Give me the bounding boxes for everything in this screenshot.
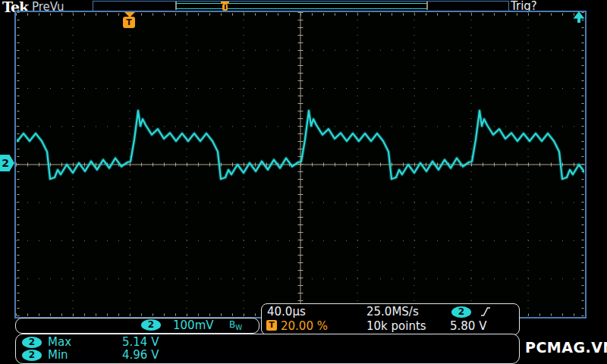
trigger-t-icon: T	[123, 17, 135, 28]
bandwidth-limit-icon: BW	[229, 319, 242, 331]
channel2-reference-marker[interactable]: 2	[0, 155, 14, 171]
graticule	[14, 11, 587, 318]
channel2-badge: 2	[22, 350, 42, 361]
trigger-position-marker[interactable]: T	[123, 12, 136, 28]
measurement-name: Min	[48, 348, 68, 362]
horizontal-trigger-readout[interactable]: 40.0µs 25.0MS/s 2 T 20.00 % 10k points 5…	[261, 303, 520, 335]
record-length-label: 10k points	[366, 319, 426, 333]
record-window-bracket-right	[426, 2, 428, 10]
rising-edge-icon	[480, 306, 492, 318]
record-waveform-preview	[176, 3, 427, 9]
measurement-name: Max	[48, 335, 71, 349]
measurements-panel[interactable]: 2 Max 5.14 V 2 Min 4.96 V	[15, 334, 520, 364]
record-trigger-position-icon[interactable]	[221, 2, 229, 11]
trigger-t-badge: T	[266, 320, 277, 331]
measurement-value: 5.14 V	[122, 335, 159, 349]
trigger-level-label: 5.80 V	[450, 319, 486, 333]
oscilloscope-screen: Tek PreVu Trig? T 2 2 100mV BW 40.0µs 25…	[0, 0, 607, 364]
timebase-label: 40.0µs	[267, 305, 306, 318]
watermark: PCMAG.VN	[525, 339, 607, 356]
measurement-value: 4.96 V	[122, 348, 159, 362]
trigger-holdoff-label: 20.00 %	[281, 319, 328, 333]
channel2-badge: 2	[141, 319, 161, 331]
channel2-readout[interactable]: 2 100mV BW	[15, 318, 259, 334]
channel2-marker-label: 2	[2, 155, 9, 171]
sample-rate-label: 25.0MS/s	[366, 305, 419, 318]
channel2-scale-label: 100mV	[173, 318, 214, 332]
channel2-badge: 2	[22, 337, 42, 348]
trigger-source-badge: 2	[451, 306, 471, 318]
